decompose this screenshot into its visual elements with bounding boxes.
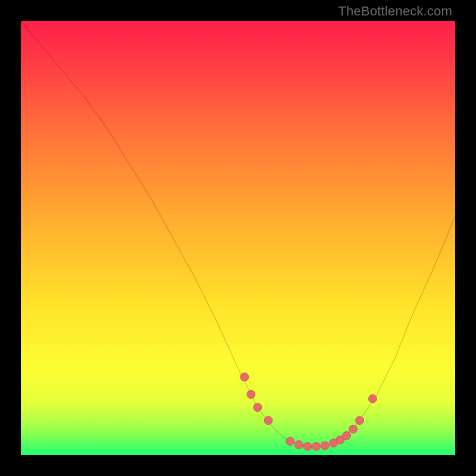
- curve-marker: [321, 441, 329, 450]
- curve-marker: [295, 441, 303, 449]
- curve-marker: [253, 403, 262, 412]
- curve-marker: [286, 437, 295, 446]
- curve-marker: [303, 442, 312, 450]
- curve-marker: [240, 373, 249, 381]
- curve-markers: [240, 373, 377, 451]
- curve-marker: [349, 425, 358, 433]
- plot-area: [21, 21, 455, 455]
- curve-marker: [368, 394, 377, 403]
- curve-marker: [247, 390, 255, 399]
- curve-marker: [312, 442, 320, 450]
- curve-svg: [21, 21, 455, 455]
- bottleneck-curve: [21, 21, 455, 446]
- watermark-text: TheBottleneck.com: [338, 4, 452, 19]
- curve-marker: [343, 431, 351, 440]
- chart-stage: TheBottleneck.com: [0, 0, 476, 476]
- curve-marker: [264, 416, 273, 425]
- curve-marker: [355, 416, 364, 425]
